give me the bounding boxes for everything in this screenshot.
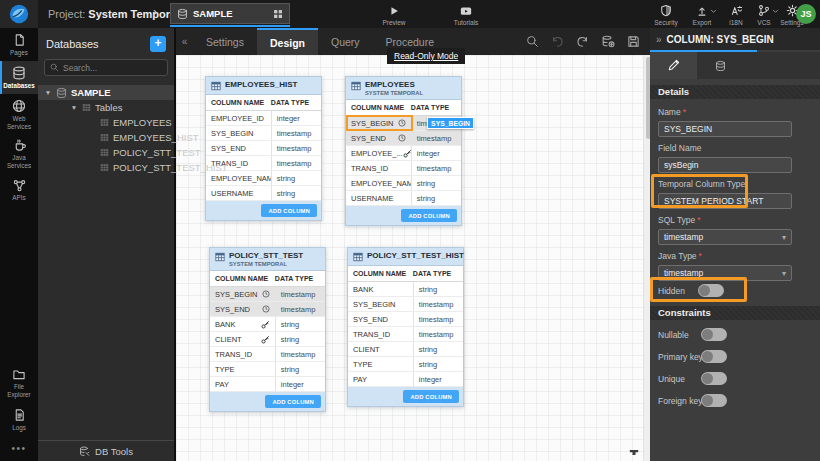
avatar[interactable]: JS [796, 4, 816, 24]
column-row-username[interactable]: USERNAMEstring [346, 191, 461, 206]
column-row-trans-id[interactable]: TRANS_IDtimestamp [210, 347, 325, 362]
undo-icon[interactable] [551, 35, 564, 48]
column-row-bank[interactable]: BANKstring [210, 317, 325, 332]
column-row-pay[interactable]: PAYinteger [210, 377, 325, 392]
canvas-resize-handle-icon[interactable] [629, 449, 639, 456]
topbar-tutorials-button[interactable]: Tutorials [448, 4, 484, 26]
tab-edit-column[interactable] [650, 52, 697, 79]
primary-key-toggle[interactable] [701, 350, 727, 363]
temporal-column-type-input[interactable] [658, 193, 792, 209]
column-row-trans-id[interactable]: TRANS_IDtimestamp [346, 161, 461, 176]
tree-node-database[interactable]: ▼SAMPLE [38, 85, 174, 100]
column-row-sys-end[interactable]: SYS_ENDtimestamp [348, 312, 463, 327]
brand-logo-icon [8, 3, 30, 25]
tree-node-table-employees[interactable]: EMPLOYEES [38, 115, 174, 130]
column-row-employee-[interactable]: EMPLOYEE_...integer [346, 146, 461, 161]
hidden-toggle[interactable] [698, 284, 724, 297]
caret-down-icon[interactable]: ▼ [44, 89, 52, 96]
column-row-client[interactable]: CLIENTstring [210, 332, 325, 347]
search-input[interactable] [63, 63, 162, 73]
column-row-employee-name[interactable]: EMPLOYEE_NAMEstring [206, 171, 321, 186]
web-services-icon [12, 99, 26, 113]
topbar-export-button[interactable]: Export [684, 4, 720, 26]
foreign-key-toggle[interactable] [701, 394, 727, 407]
name-field: Name* [658, 107, 792, 137]
entity-policy-stt-test[interactable]: POLICY_STT_TESTSYSTEM TEMPORALCOLUMN NAM… [209, 247, 326, 412]
column-row-client[interactable]: CLIENTstring [348, 342, 463, 357]
unique-toggle[interactable] [701, 372, 727, 385]
search-box[interactable] [44, 59, 168, 76]
sidebar-item-apis[interactable]: APIs [0, 174, 38, 206]
redo-icon[interactable] [576, 35, 589, 48]
column-row-sys-end[interactable]: SYS_ENDtimestamp [346, 131, 461, 146]
column-row-employee-name[interactable]: EMPLOYEE_NAMEstring [346, 176, 461, 191]
table-icon [353, 252, 363, 262]
app-logo[interactable] [0, 0, 38, 28]
add-column-button[interactable]: ADD COLUMN [401, 209, 457, 222]
sidebar-item-databases[interactable]: Databases [0, 61, 38, 94]
tab-column-data[interactable] [697, 52, 744, 79]
tree-node-tables[interactable]: ▼Tables [38, 100, 174, 115]
sql-type-select[interactable]: timestamp [658, 229, 792, 245]
sidebar-item-logs[interactable]: Logs [0, 403, 38, 436]
sidebar-item-pages[interactable]: Pages [0, 28, 38, 61]
inspector-tabs [650, 52, 820, 79]
topbar-preview-button[interactable]: Preview [376, 4, 412, 26]
readonly-mode-badge: Read-Only Mode [387, 48, 465, 64]
entity-employees-hist[interactable]: EMPLOYEES_HISTCOLUMN NAMEDATA TYPEEMPLOY… [205, 76, 322, 221]
tree-node-table-policy-stt-test-hist[interactable]: POLICY_STT_TEST_HIST [38, 160, 174, 175]
column-row-type[interactable]: TYPEstring [348, 357, 463, 372]
tree-node-table-policy-stt-test[interactable]: POLICY_STT_TEST [38, 145, 174, 160]
db-commit-icon[interactable] [601, 35, 615, 48]
databases-icon [12, 66, 26, 80]
tab-query[interactable]: Query [318, 28, 373, 55]
clock-icon [398, 134, 406, 142]
nullable-toggle[interactable] [701, 328, 727, 341]
add-column-button[interactable]: ADD COLUMN [265, 395, 321, 408]
caret-down-icon[interactable]: ▼ [70, 104, 78, 111]
sidebar-item-file-explorer[interactable]: FileExplorer [0, 363, 38, 403]
database-tab[interactable]: SAMPLE [170, 3, 290, 24]
column-row-sys-begin[interactable]: SYS_BEGINtimestampSYS_BEGIN [346, 116, 461, 131]
db-tools-button[interactable]: DB Tools [38, 440, 174, 461]
name-input[interactable] [658, 121, 792, 137]
column-row-sys-begin[interactable]: SYS_BEGINtimestamp [206, 126, 321, 141]
sidebar-item-java-services[interactable]: JavaServices [0, 134, 38, 174]
save-icon[interactable] [627, 35, 640, 48]
expand-panel-icon[interactable]: » [656, 34, 662, 45]
entity-subtitle: SYSTEM TEMPORAL [229, 261, 303, 267]
column-row-type[interactable]: TYPEstring [210, 362, 325, 377]
details-section-header: Details [650, 85, 820, 99]
add-column-button[interactable]: ADD COLUMN [261, 204, 317, 217]
add-column-button[interactable]: ADD COLUMN [403, 390, 459, 403]
field-name-input[interactable] [658, 157, 792, 173]
tab-settings[interactable]: Settings [193, 28, 257, 55]
column-row-username[interactable]: USERNAMEstring [206, 186, 321, 201]
column-row-employee-id[interactable]: EMPLOYEE_IDinteger [206, 111, 321, 126]
entity-policy-stt-test-hist[interactable]: POLICY_STT_TEST_HISTCOLUMN NAMEDATA TYPE… [347, 247, 464, 407]
add-database-button[interactable]: + [150, 36, 166, 52]
tab-design[interactable]: Design [257, 28, 318, 55]
clock-icon [398, 119, 406, 127]
inspector-title: COLUMN: SYS_BEGIN [667, 34, 774, 45]
column-row-pay[interactable]: PAYinteger [348, 372, 463, 387]
column-row-sys-end[interactable]: SYS_ENDtimestamp [206, 141, 321, 156]
editor-area: « SettingsDesignQueryProcedure EMPLOYEES… [174, 28, 650, 461]
sidebar-item-web-services[interactable]: WebServices [0, 94, 38, 135]
column-row-sys-end[interactable]: SYS_ENDtimestamp [210, 302, 325, 317]
db-tools-icon [79, 446, 90, 457]
entity-employees[interactable]: EMPLOYEESSYSTEM TEMPORALCOLUMN NAMEDATA … [345, 76, 462, 226]
java-type-select[interactable]: timestamp [658, 265, 792, 281]
i18n-icon [730, 4, 743, 17]
search-icon[interactable] [526, 35, 539, 48]
column-row-sys-begin[interactable]: SYS_BEGINtimestamp [210, 287, 325, 302]
collapse-panel-icon[interactable]: « [176, 28, 193, 55]
topbar-security-button[interactable]: Security [648, 4, 684, 26]
column-row-trans-id[interactable]: TRANS_IDtimestamp [348, 327, 463, 342]
column-row-sys-begin[interactable]: SYS_BEGINtimestamp [348, 297, 463, 312]
design-canvas[interactable]: EMPLOYEES_HISTCOLUMN NAMEDATA TYPEEMPLOY… [176, 55, 652, 461]
column-row-bank[interactable]: BANKstring [348, 282, 463, 297]
more-options-button[interactable]: ••• [0, 436, 38, 461]
tree-node-table-employees-hist[interactable]: EMPLOYEES_HIST [38, 130, 174, 145]
grid-view-icon[interactable] [273, 9, 283, 19]
